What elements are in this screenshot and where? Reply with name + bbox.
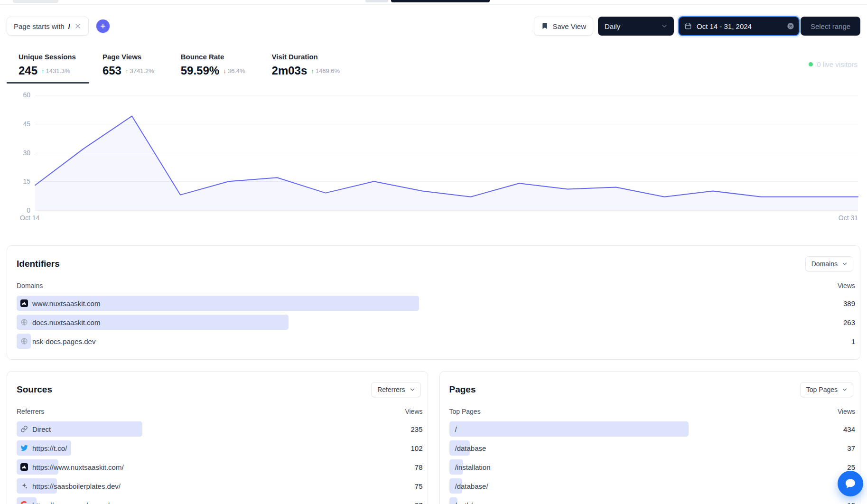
chat-widget-button[interactable] — [838, 471, 863, 496]
delta-arrow-icon: ↑ — [311, 67, 314, 75]
table-row[interactable]: www.nuxtsaaskit.com 389 — [17, 296, 855, 311]
identifiers-title: Identifiers — [17, 258, 60, 270]
cutoff-element — [365, 0, 388, 2]
date-range-input[interactable]: Oct 14 - 31, 2024 — [679, 17, 799, 36]
stat-tab[interactable]: Page Views 653 ↑ 3741.2% — [89, 53, 168, 84]
table-row[interactable]: /database 37 — [449, 440, 856, 456]
sources-column-headers: Referrers Views — [7, 397, 428, 416]
row-bar — [449, 421, 689, 437]
row-label: https://t.co/ — [32, 444, 67, 452]
delta-percent: 1469.6% — [316, 67, 340, 75]
stat-tab[interactable]: Unique Sessions 245 ↑ 1431.3% — [7, 53, 89, 84]
stat-label: Bounce Rate — [181, 53, 245, 61]
stat-delta: ↑ 3741.2% — [125, 67, 154, 75]
sources-title: Sources — [17, 384, 52, 395]
pages-rows: / 434 /database 37 /installation 25 /dat… — [440, 416, 860, 504]
row-label: nsk-docs.pages.dev — [32, 337, 95, 345]
table-row[interactable]: /auth/ 15 — [449, 497, 856, 504]
table-row[interactable]: https://saasboilerplates.dev/ 75 — [17, 478, 423, 494]
table-row[interactable]: nsk-docs.pages.dev 1 — [17, 334, 855, 349]
y-axis-tick: 0 — [27, 206, 30, 214]
stat-tab[interactable]: Bounce Rate 59.59% ↓ 36.4% — [168, 53, 259, 84]
sources-type-select[interactable]: Referrers — [371, 382, 420, 397]
interval-value: Daily — [605, 22, 620, 30]
chevron-down-icon — [841, 261, 848, 267]
pages-column-headers: Top Pages Views — [440, 397, 860, 416]
cutoff-element — [391, 0, 490, 2]
column-header-right: Views — [838, 408, 855, 416]
sources-card: Sources Referrers Referrers Views Direct… — [7, 371, 428, 504]
column-header-left: Top Pages — [449, 408, 481, 416]
interval-select[interactable]: Daily — [598, 17, 674, 36]
y-axis-tick: 30 — [23, 149, 30, 157]
delta-arrow-icon: ↑ — [125, 67, 129, 75]
sources-type-value: Referrers — [377, 386, 405, 393]
row-label: https://saasboilerplates.dev/ — [32, 482, 121, 490]
row-value: 263 — [843, 318, 855, 327]
row-label: /database — [455, 444, 486, 452]
sources-card-header: Sources Referrers — [7, 372, 428, 397]
delta-percent: 3741.2% — [130, 67, 154, 75]
identifiers-type-value: Domains — [811, 260, 838, 268]
column-header-left: Referrers — [17, 408, 44, 416]
row-label: www.nuxtsaaskit.com — [32, 299, 100, 308]
sources-rows: Direct 235 https://t.co/ 102 https://www… — [7, 416, 428, 504]
identifiers-column-headers: Domains Views — [7, 271, 860, 290]
delta-arrow-icon: ↓ — [223, 67, 226, 75]
link-icon — [20, 425, 28, 433]
save-view-label: Save View — [552, 22, 586, 30]
live-dot-icon — [809, 62, 813, 66]
save-view-button[interactable]: Save View — [534, 17, 593, 36]
delta-percent: 36.4% — [228, 67, 245, 75]
table-row[interactable]: https://www.nuxtsaaskit.com/ 78 — [17, 459, 423, 475]
table-row[interactable]: https://www.google.com/ 37 — [17, 497, 423, 504]
table-row[interactable]: https://t.co/ 102 — [17, 440, 423, 456]
row-value: 25 — [847, 463, 855, 471]
analytics-dashboard: Page starts with / Save View Daily — [0, 0, 867, 504]
table-row[interactable]: Direct 235 — [17, 421, 423, 437]
filter-chip-label: Page starts with — [14, 22, 65, 30]
stat-delta: ↑ 1431.3% — [41, 67, 70, 75]
table-row[interactable]: /database/ 24 — [449, 478, 856, 494]
stat-delta: ↓ 36.4% — [223, 67, 245, 75]
row-label: /installation — [455, 463, 491, 471]
select-range-label: Select range — [811, 22, 850, 30]
stat-value: 2m03s — [272, 64, 308, 77]
row-value: 389 — [843, 299, 855, 308]
stat-label: Page Views — [103, 53, 154, 61]
toolbar-right-group: Save View Daily Oct 14 - 31, 2024 — [534, 17, 860, 36]
remove-filter-icon[interactable] — [74, 22, 82, 30]
identifiers-rows: www.nuxtsaaskit.com 389 docs.nuxtsaaskit… — [7, 290, 860, 359]
stat-tab[interactable]: Visit Duration 2m03s ↑ 1469.6% — [259, 53, 354, 84]
identifiers-type-select[interactable]: Domains — [805, 256, 853, 271]
row-value: 37 — [847, 444, 855, 452]
table-row[interactable]: /installation 25 — [449, 459, 856, 475]
delta-arrow-icon: ↑ — [41, 67, 45, 75]
chart-canvas — [35, 95, 858, 210]
delta-percent: 1431.3% — [46, 67, 70, 75]
pages-type-select[interactable]: Top Pages — [800, 382, 853, 397]
stat-label: Visit Duration — [272, 53, 340, 61]
select-range-button[interactable]: Select range — [801, 17, 860, 36]
cutoff-element — [13, 0, 58, 3]
add-filter-button[interactable] — [96, 19, 110, 33]
chat-bubble-icon — [844, 477, 857, 490]
filter-chip[interactable]: Page starts with / — [7, 17, 89, 36]
clear-date-icon[interactable] — [787, 22, 794, 30]
stat-label: Unique Sessions — [19, 53, 76, 61]
table-row[interactable]: / 434 — [449, 421, 856, 437]
globe-favicon — [20, 318, 28, 326]
gridline — [35, 210, 858, 211]
bottom-cards-grid: Sources Referrers Referrers Views Direct… — [7, 371, 860, 504]
pages-title: Pages — [449, 384, 476, 395]
chevron-down-icon — [661, 22, 668, 30]
column-header-right: Views — [405, 408, 422, 416]
row-label: https://www.nuxtsaaskit.com/ — [32, 463, 124, 471]
chart-x-axis: Oct 14 Oct 31 — [35, 214, 858, 223]
stat-delta: ↑ 1469.6% — [311, 67, 340, 75]
filter-chip-value: / — [68, 22, 70, 30]
row-label: https://www.google.com/ — [32, 501, 110, 504]
row-value: 102 — [410, 444, 422, 452]
table-row[interactable]: docs.nuxtsaaskit.com 263 — [17, 315, 855, 330]
nuxtsaaskit-favicon — [20, 299, 28, 307]
